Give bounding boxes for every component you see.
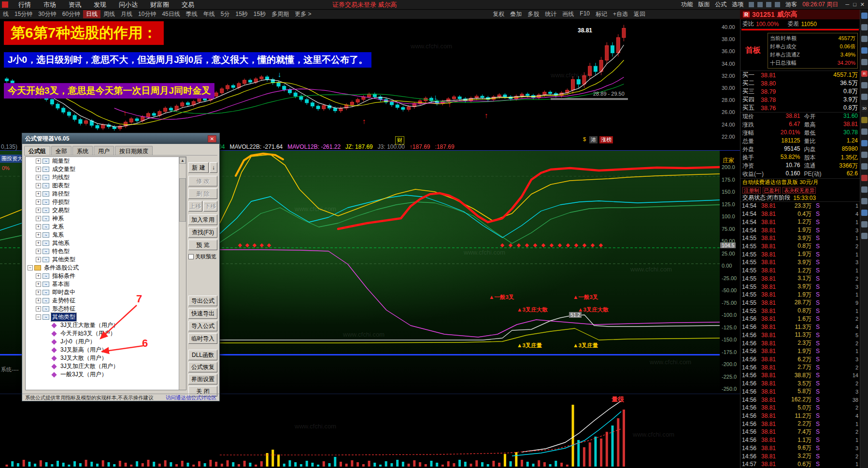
strip-icon-15[interactable]: [861, 175, 868, 181]
wealth-badge[interactable]: 财: [395, 136, 404, 144]
period-45日线[interactable]: 45日线: [159, 10, 183, 18]
dialog-button-公式恢复[interactable]: 公式恢复: [188, 362, 217, 372]
strip-icon-3[interactable]: [861, 36, 868, 42]
expand-icon[interactable]: +: [36, 175, 41, 180]
tool-统计[interactable]: 统计: [542, 10, 559, 18]
strip-icon-9[interactable]: 30: [861, 105, 868, 112]
expand-icon[interactable]: −: [36, 314, 41, 320]
period-月线[interactable]: 月线: [118, 10, 135, 18]
expand-icon[interactable]: +: [36, 183, 41, 188]
period-日线[interactable]: 日线: [83, 10, 100, 18]
scroll-up-icon[interactable]: ▲: [179, 157, 186, 164]
tree-item-交易型[interactable]: +~交易型: [26, 206, 186, 214]
close-icon[interactable]: ✕: [208, 135, 216, 142]
tree-item-即时盘中[interactable]: +~即时盘中: [26, 288, 186, 297]
expand-icon[interactable]: −: [28, 265, 33, 270]
strip-icon-18[interactable]: [861, 210, 868, 216]
tree-item-形态特征[interactable]: +~形态特征: [26, 305, 186, 313]
strip-icon-19[interactable]: [861, 221, 868, 227]
close-icon[interactable]: ✕: [858, 1, 867, 8]
tree-item-指标条件[interactable]: +~指标条件: [26, 272, 186, 280]
tree-item-3J叉大散（用户）[interactable]: 3J叉大散（用户）: [26, 354, 186, 362]
menu-行情[interactable]: 行情: [12, 1, 37, 8]
menu-财富圈[interactable]: 财富圈: [144, 1, 175, 8]
dialog-button-下移[interactable]: 下移: [203, 201, 217, 212]
period-10分钟[interactable]: 10分钟: [135, 10, 159, 18]
tool-叠加[interactable]: 叠加: [507, 10, 525, 18]
tab-用户[interactable]: 用户: [94, 146, 114, 155]
tab-按日期频度[interactable]: 按日期频度: [115, 146, 153, 155]
expand-icon[interactable]: +: [36, 199, 41, 205]
dialog-button-界面设置[interactable]: 界面设置: [188, 374, 217, 384]
strip-icon-7[interactable]: [861, 82, 868, 88]
expand-icon[interactable]: +: [36, 232, 41, 238]
period-多周期[interactable]: 多周期: [269, 10, 292, 18]
tab-系统[interactable]: 系统: [72, 146, 93, 155]
checkbox-box[interactable]: [188, 254, 194, 259]
dialog-titlebar[interactable]: 公式管理器V6.05 ✕: [22, 133, 219, 144]
strip-icon-17[interactable]: [861, 198, 868, 204]
tree-item-走势特征[interactable]: +~走势特征: [26, 297, 186, 305]
tree-item-成交量型[interactable]: +~成交量型: [26, 165, 186, 173]
dialog-button-导入公式[interactable]: 导入公式: [188, 321, 217, 331]
chart-badge-$[interactable]: $: [582, 136, 587, 143]
dialog-button-DLL函数[interactable]: DLL函数: [188, 350, 217, 360]
expand-icon[interactable]: +: [36, 249, 41, 254]
strip-icon-12[interactable]: [861, 140, 868, 146]
tree-item-能量型[interactable]: +~能量型: [26, 157, 186, 165]
period-15秒[interactable]: 15秒: [232, 10, 250, 18]
strip-icon-8[interactable]: [861, 94, 868, 100]
tool-+自选[interactable]: +自选: [610, 10, 631, 18]
period-更多 >[interactable]: 更多 >: [292, 10, 314, 18]
menu-发现[interactable]: 发现: [87, 1, 113, 8]
bell-icon[interactable]: [757, 2, 763, 7]
tree-item-龙系[interactable]: +~龙系: [26, 223, 186, 231]
strip-icon-4[interactable]: [861, 47, 868, 54]
dialog-button-临时导入[interactable]: 临时导入: [188, 333, 217, 344]
strip-icon-20[interactable]: [861, 233, 868, 239]
tree-item-其他类型[interactable]: −~其他类型: [26, 313, 186, 321]
strip-icon-2[interactable]: [861, 24, 868, 30]
menu-版面[interactable]: 版面: [698, 0, 710, 9]
tree-item-3J叉加庄大散（用户）[interactable]: 3J叉加庄大散（用户）: [26, 362, 186, 370]
tree-item-其他类型[interactable]: +~其他类型: [26, 255, 186, 264]
maximize-icon[interactable]: □: [851, 1, 858, 8]
menu-公式[interactable]: 公式: [715, 0, 726, 9]
new-dropdown-icon[interactable]: ↓: [210, 162, 217, 173]
expand-icon[interactable]: +: [36, 241, 41, 246]
promo-link[interactable]: 自动续费通达信普及版 30元/月: [740, 179, 860, 186]
tab-公式组[interactable]: 公式组: [24, 146, 50, 155]
expand-icon[interactable]: +: [36, 257, 41, 262]
forum-link[interactable]: 访问通达信公式讨论区: [166, 395, 216, 400]
period-年线[interactable]: 年线: [200, 10, 218, 18]
tool-复权[interactable]: 复权: [490, 10, 507, 18]
period-30分钟[interactable]: 30分钟: [35, 10, 59, 18]
expand-icon[interactable]: +: [36, 167, 41, 172]
tree-item-3J叉庄大散量（用户）[interactable]: 3J叉庄大散量（用户）: [26, 321, 186, 329]
strip-icon-16[interactable]: [861, 186, 868, 193]
strip-icon-13[interactable]: [861, 152, 868, 158]
period-15秒[interactable]: 15秒: [251, 10, 269, 18]
strip-icon-6[interactable]: R: [861, 71, 868, 77]
expand-icon[interactable]: +: [36, 273, 41, 279]
tab-全部[interactable]: 全部: [51, 146, 71, 155]
dialog-button-导出公式[interactable]: 导出公式: [188, 296, 217, 306]
tree-item-今天开始3叉（用户）[interactable]: 今天开始3叉（用户）: [26, 329, 186, 338]
expand-icon[interactable]: +: [36, 298, 41, 303]
expand-icon[interactable]: +: [36, 191, 41, 197]
tree-scrollbar[interactable]: ▲: [179, 157, 186, 390]
chart-badge-港[interactable]: 港: [589, 136, 598, 143]
dialog-button-加入常用[interactable]: 加入常用: [188, 214, 217, 225]
menu-问小达[interactable]: 问小达: [113, 1, 144, 8]
dialog-button-上移[interactable]: 上移: [188, 201, 202, 212]
period-5分[interactable]: 5分: [218, 10, 233, 18]
tool-多股[interactable]: 多股: [525, 10, 542, 18]
menu-资讯[interactable]: 资讯: [62, 1, 87, 8]
tree-item-均线型[interactable]: +~均线型: [26, 173, 186, 182]
dialog-button-删除[interactable]: 删 除: [188, 188, 217, 199]
tree-item-神系[interactable]: +~神系: [26, 214, 186, 223]
tool-画线[interactable]: 画线: [559, 10, 577, 18]
mail-icon[interactable]: [766, 2, 771, 7]
dialog-button-新建[interactable]: 新 建: [188, 162, 209, 173]
period-15分钟[interactable]: 15分钟: [12, 10, 35, 18]
